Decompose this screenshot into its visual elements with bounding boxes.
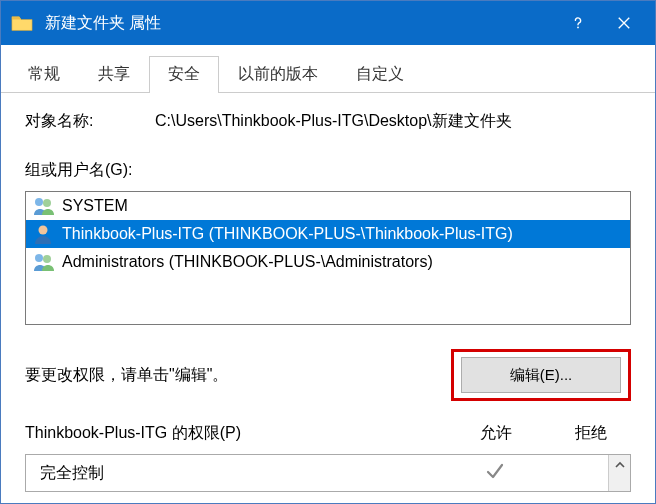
principals-list[interactable]: SYSTEM Thinkbook-Plus-ITG (THINKBOOK-PLU… [25,191,631,325]
svg-point-4 [35,254,43,262]
titlebar: 新建文件夹 属性 [1,1,655,45]
permission-allow-check [440,461,550,486]
svg-point-5 [43,255,51,263]
security-tab-content: 对象名称: C:\Users\Thinkbook-Plus-ITG\Deskto… [1,93,655,492]
svg-point-3 [39,226,48,235]
group-icon [32,251,56,273]
permissions-title: Thinkbook-Plus-ITG 的权限(P) [25,423,441,444]
principal-name: SYSTEM [62,197,128,215]
highlight-box: 编辑(E)... [451,349,631,401]
list-item[interactable]: Administrators (THINKBOOK-PLUS-\Administ… [26,248,630,276]
window-title: 新建文件夹 属性 [45,13,555,34]
object-name-label: 对象名称: [25,111,155,132]
chevron-up-icon[interactable] [610,455,630,475]
svg-point-2 [43,199,51,207]
groups-label: 组或用户名(G): [25,160,631,181]
tab-customize[interactable]: 自定义 [337,56,423,93]
check-icon [485,461,505,481]
edit-button[interactable]: 编辑(E)... [461,357,621,393]
object-name-row: 对象名称: C:\Users\Thinkbook-Plus-ITG\Deskto… [25,111,631,132]
help-button[interactable] [555,1,601,45]
permission-name: 完全控制 [40,463,440,484]
user-icon [32,223,56,245]
scrollbar[interactable] [608,455,630,491]
folder-icon [11,14,33,32]
permissions-header: Thinkbook-Plus-ITG 的权限(P) 允许 拒绝 [25,423,631,444]
svg-point-1 [35,198,43,206]
tab-general[interactable]: 常规 [9,56,79,93]
window-buttons [555,1,647,45]
tab-security[interactable]: 安全 [149,56,219,93]
edit-row: 要更改权限，请单击"编辑"。 编辑(E)... [25,349,631,401]
edit-hint: 要更改权限，请单击"编辑"。 [25,365,451,386]
principal-name: Administrators (THINKBOOK-PLUS-\Administ… [62,253,433,271]
list-item[interactable]: Thinkbook-Plus-ITG (THINKBOOK-PLUS-\Thin… [26,220,630,248]
object-name-value: C:\Users\Thinkbook-Plus-ITG\Desktop\新建文件… [155,111,631,132]
close-button[interactable] [601,1,647,45]
permissions-list[interactable]: 完全控制 [25,454,631,492]
group-icon [32,195,56,217]
svg-point-0 [577,27,579,29]
deny-header: 拒绝 [551,423,631,444]
allow-header: 允许 [441,423,551,444]
properties-dialog: 新建文件夹 属性 常规 共享 安全 以前的版本 自定义 对象名称: C:\Use… [0,0,656,504]
principal-name: Thinkbook-Plus-ITG (THINKBOOK-PLUS-\Thin… [62,225,513,243]
list-item[interactable]: SYSTEM [26,192,630,220]
tab-previous-versions[interactable]: 以前的版本 [219,56,337,93]
tab-sharing[interactable]: 共享 [79,56,149,93]
tabbar: 常规 共享 安全 以前的版本 自定义 [1,45,655,93]
